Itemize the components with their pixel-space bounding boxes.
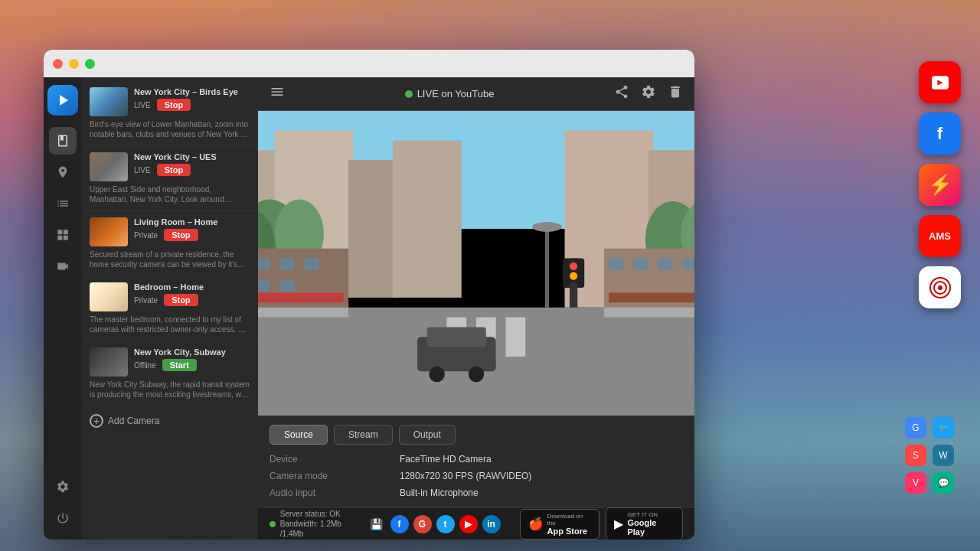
source-tab-stream[interactable]: Stream [334,425,393,445]
device-label: Device [270,454,384,465]
camera-mode-label: Camera mode [270,471,384,481]
camera-status-living-room: Private [134,231,158,240]
svg-marker-3 [60,95,68,106]
stop-button-nyc-birds[interactable]: Stop [157,99,191,111]
sidebar-icon-book[interactable] [49,127,77,155]
camera-info-subway: New York City, Subway Offline Start [134,347,250,371]
svg-rect-7 [348,160,397,298]
close-button[interactable] [53,59,63,69]
menu-icon[interactable] [270,84,285,103]
app-store-badge[interactable]: 🍎 Download on the App Store [520,509,600,540]
device-info-grid: Device FaceTime HD Camera Camera mode 12… [270,454,683,498]
social-twitter[interactable]: t [436,515,455,533]
footer: Server status: OK Bandwidth: 1.2Mb /1.4M… [258,507,694,540]
stop-button-nyc-ues[interactable]: Stop [157,164,191,176]
app-body: New York City – Birds Eye LIVE Stop Bird… [44,77,694,540]
camera-name-bedroom: Bedroom – Home [134,282,250,292]
camera-info-bedroom: Bedroom – Home Private Stop [134,282,250,306]
svg-rect-31 [609,259,623,270]
svg-rect-25 [258,259,270,270]
svg-rect-43 [427,327,486,347]
wordpress-icon[interactable]: W [933,445,954,466]
facebook-dock-icon[interactable]: f [919,112,961,155]
sidebar-icon-grid[interactable] [49,221,77,249]
stop-button-bedroom[interactable]: Stop [164,294,198,306]
chat-icon[interactable]: 💬 [933,472,954,494]
main-view: LIVE on YouTube [258,77,694,540]
live-status-text: LIVE on YouTube [417,88,495,99]
social-youtube[interactable]: ▶ [459,515,478,533]
app-logo[interactable] [47,85,78,116]
minimize-button[interactable] [69,59,79,69]
camera-item-subway[interactable]: New York City, Subway Offline Start New … [82,341,258,406]
google-icon[interactable]: G [905,417,926,439]
camera-item-nyc-birds[interactable]: New York City – Birds Eye LIVE Stop Bird… [82,81,258,146]
social-google[interactable]: G [413,515,432,533]
settings-icon[interactable] [641,84,656,103]
app-window: New York City – Birds Eye LIVE Stop Bird… [44,50,694,540]
source-tab-source[interactable]: Source [270,425,328,445]
svg-rect-30 [279,280,294,292]
camera-item-nyc-ues[interactable]: New York City – UES LIVE Stop Upper East… [82,146,258,211]
share-icon[interactable] [614,84,629,103]
svg-point-41 [570,282,577,289]
social-facebook[interactable]: f [390,515,409,533]
camera-status-nyc-ues: LIVE [134,166,151,174]
svg-point-45 [469,367,485,383]
add-camera-button[interactable]: + Add Camera [82,406,258,435]
sidebar-icon-list[interactable] [49,190,77,217]
sidebar-icon-power[interactable] [49,504,77,532]
sidebar-icon-video[interactable] [49,253,77,280]
camera-info-living-room: Living Room – Home Private Stop [134,217,250,241]
audio-input-value: Built-in Microphone [400,487,683,498]
sidebar-icon-location[interactable] [49,158,77,186]
delete-icon[interactable] [668,84,683,103]
adobe-dock-icon[interactable]: AMS [919,215,961,257]
youtube-dock-icon[interactable] [919,61,961,103]
stop-button-living-room[interactable]: Stop [164,229,198,241]
camera-desc-living-room: Secured stream of a private residence, t… [90,249,250,269]
svg-rect-8 [393,141,462,298]
vimeo-icon[interactable]: V [905,472,926,494]
start-button-subway[interactable]: Start [162,359,197,371]
camera-name-nyc-ues: New York City – UES [134,152,250,161]
target-dock-icon[interactable] [919,266,961,308]
camera-status-nyc-birds: LIVE [134,101,151,109]
source-tab-output[interactable]: Output [399,425,456,445]
camera-status-bedroom: Private [134,296,158,305]
icon-sidebar [44,77,82,540]
google-play-text: GET IT ON Google Play [627,511,675,536]
add-camera-label: Add Camera [108,416,159,426]
social-linkedin[interactable]: in [482,515,501,533]
right-sidebar: f ⚡ AMS [919,61,961,308]
server-status: Server status: OK Bandwidth: 1.2Mb /1.4M… [270,509,383,539]
apple-icon: 🍎 [528,517,544,531]
live-dot [405,90,413,98]
camera-status-subway: Offline [134,361,156,370]
google-play-badge[interactable]: ▶ GET IT ON Google Play [606,507,683,540]
twitter-icon-small[interactable]: 🐦 [933,417,954,439]
svg-point-40 [570,272,577,280]
camera-info-nyc-ues: New York City – UES LIVE Stop [134,152,250,176]
app-store-text: Download on the App Store [547,513,592,536]
camera-desc-bedroom: The master bedroom, connected to my list… [90,315,250,334]
maximize-button[interactable] [85,59,95,69]
camera-item-living-room[interactable]: Living Room – Home Private Stop Secured … [82,211,258,276]
lightning-dock-icon[interactable]: ⚡ [919,164,961,206]
camera-name-nyc-birds: New York City – Birds Eye [134,87,250,96]
device-value: FaceTime HD Camera [400,454,683,465]
camera-item-bedroom[interactable]: Bedroom – Home Private Stop The master b… [82,276,258,341]
svg-rect-29 [258,280,270,292]
svg-point-47 [532,222,562,232]
bandwidth-label: Bandwidth: 1.2Mb /1.4Mb [280,519,365,539]
sidebar-icon-settings[interactable] [49,473,77,500]
stumble-icon[interactable]: S [905,445,926,466]
top-bar-actions [614,84,683,103]
camera-name-subway: New York City, Subway [134,347,250,357]
camera-name-living-room: Living Room – Home [134,217,250,227]
disk-icon[interactable]: 💾 [370,518,383,530]
camera-list: New York City – Birds Eye LIVE Stop Bird… [82,77,258,540]
server-status-dot [270,521,276,527]
source-tabs: Source Stream Output [270,425,683,445]
camera-desc-nyc-ues: Upper East Side and neighborhood, Manhat… [90,184,250,204]
